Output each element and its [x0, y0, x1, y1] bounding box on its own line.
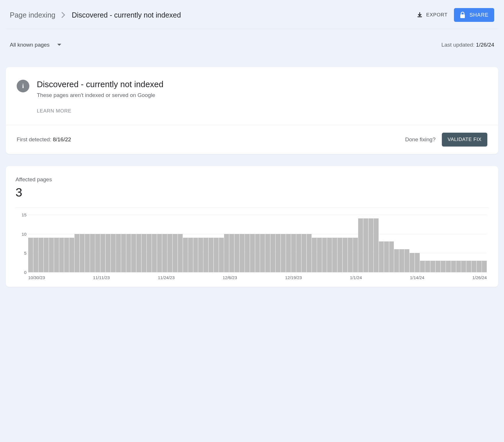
chart-bar: [348, 238, 353, 272]
chart-bar: [399, 249, 404, 272]
chart-bar: [167, 234, 172, 272]
chart-bar: [296, 234, 301, 272]
chart-bar: [209, 238, 213, 272]
chart-bar: [111, 234, 116, 272]
chart-bar: [425, 261, 430, 272]
chart-x-tick: 1/26/24: [472, 275, 487, 280]
chart-bars: [28, 215, 487, 272]
last-updated-label: Last updated:: [441, 42, 476, 48]
chart-x-tick: 11/11/23: [93, 275, 110, 280]
learn-more-button[interactable]: LEARN MORE: [37, 108, 71, 116]
chart-bar: [131, 234, 136, 272]
chart-bar: [116, 234, 121, 272]
chart-bar: [456, 261, 461, 272]
chart-bar: [240, 234, 245, 272]
chart-bar: [188, 238, 193, 272]
chart-bar: [379, 241, 384, 272]
chart-x-tick: 1/1/24: [350, 275, 362, 280]
chart-bar: [203, 238, 208, 272]
chart-bar: [441, 261, 446, 272]
chart-bar: [317, 238, 322, 272]
chart-bar: [173, 234, 177, 272]
chart-y-tick: 5: [16, 251, 26, 256]
breadcrumb-parent[interactable]: Page indexing: [10, 11, 55, 19]
chart-bar: [276, 234, 280, 272]
breadcrumb-current: Discovered - currently not indexed: [72, 11, 181, 19]
info-icon: i: [17, 80, 29, 92]
chart-bar: [384, 241, 389, 272]
chart-y-tick: 0: [16, 270, 26, 275]
chart-y-tick: 15: [16, 212, 26, 217]
chart-bar: [270, 234, 275, 272]
chart-bar: [482, 261, 487, 272]
chart-bar: [337, 238, 342, 272]
chart-bar: [307, 234, 312, 272]
chart-y-tick: 10: [16, 231, 26, 236]
chart-bar: [404, 249, 409, 272]
chart-bar: [374, 218, 379, 272]
chart-bar: [54, 238, 59, 272]
chart-bar: [327, 238, 332, 272]
page-header: Page indexing Discovered - currently not…: [6, 0, 498, 29]
chart-bar: [28, 238, 33, 272]
chart-x-tick: 12/19/23: [285, 275, 302, 280]
chart-x-tick: 12/6/23: [223, 275, 237, 280]
chart-bar: [255, 234, 260, 272]
chart-bar: [312, 238, 317, 272]
chart-bar: [219, 238, 224, 272]
chart-bar: [90, 234, 95, 272]
share-button[interactable]: SHARE: [454, 8, 494, 22]
chart-bar: [471, 261, 476, 272]
chart-bar: [265, 234, 270, 272]
chart-bar: [477, 261, 482, 272]
validate-fix-button[interactable]: VALIDATE FIX: [442, 133, 487, 146]
chart-bar: [39, 238, 43, 272]
affected-pages-label: Affected pages: [16, 176, 488, 183]
chart-gridline: [28, 272, 487, 273]
chart-bar: [75, 234, 79, 272]
chart-bar: [162, 234, 167, 272]
chart-bar: [59, 238, 64, 272]
chart-bar: [126, 234, 131, 272]
issue-title: Discovered - currently not indexed: [37, 80, 163, 89]
export-button[interactable]: EXPORT: [417, 12, 448, 18]
chart-bar: [250, 234, 255, 272]
chart-bar: [224, 234, 229, 272]
chevron-right-icon: [62, 12, 65, 18]
chart-bar: [394, 249, 399, 272]
chart-bar: [301, 234, 306, 272]
fix-group: Done fixing? VALIDATE FIX: [405, 133, 487, 146]
chart-bar: [430, 261, 435, 272]
chevron-down-icon: [57, 43, 62, 46]
filter-dropdown[interactable]: All known pages: [10, 42, 62, 48]
chart-bar: [363, 218, 368, 272]
chart-bar: [136, 234, 141, 272]
chart-x-tick: 11/24/23: [158, 275, 175, 280]
chart-bar: [100, 234, 105, 272]
chart-bar: [142, 234, 146, 272]
chart-bar: [85, 234, 90, 272]
filter-selected: All known pages: [10, 42, 49, 48]
chart-bar: [286, 234, 291, 272]
chart-bar: [245, 234, 250, 272]
issue-header: i Discovered - currently not indexed The…: [6, 67, 498, 125]
chart-x-tick: 1/14/24: [410, 275, 424, 280]
chart-bar: [234, 234, 239, 272]
chart-bar: [369, 218, 373, 272]
chart-bar: [183, 238, 188, 272]
chart-bar: [420, 261, 425, 272]
chart-bar: [69, 238, 74, 272]
last-updated: Last updated: 1/26/24: [441, 42, 494, 48]
chart-bar: [121, 234, 126, 272]
chart-bar: [322, 238, 327, 272]
chart-bar: [64, 238, 69, 272]
chart-bar: [466, 261, 471, 272]
filter-row: All known pages Last updated: 1/26/24: [6, 29, 498, 54]
chart-bar: [415, 253, 420, 272]
first-detected-label: First detected:: [17, 136, 53, 142]
export-label: EXPORT: [426, 12, 448, 18]
affected-pages-count: 3: [16, 186, 488, 199]
affected-pages-chart: 051015 10/30/2311/11/2311/24/2312/6/2312…: [16, 215, 488, 280]
chart-bar: [178, 234, 183, 272]
chart-bar: [198, 238, 203, 272]
